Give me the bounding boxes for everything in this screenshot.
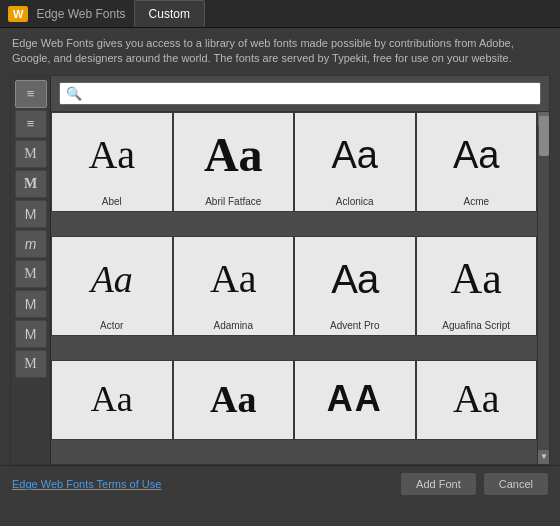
font-preview-text-acme: Aa — [453, 136, 499, 174]
sidebar-m-icon-2[interactable]: M — [15, 170, 47, 198]
font-card-row3-2[interactable]: Aa — [173, 360, 295, 440]
cancel-button[interactable]: Cancel — [484, 473, 548, 495]
font-card-aguafina[interactable]: Aa Aguafina Script — [416, 236, 538, 336]
header: W Edge Web Fonts Custom — [0, 0, 560, 28]
font-card-actor[interactable]: Aa Actor — [51, 236, 173, 336]
font-name-acme: Acme — [421, 196, 533, 207]
sidebar-lines-icon-2[interactable]: ≡ — [15, 110, 47, 138]
font-preview-text-abril: Aa — [204, 131, 263, 179]
app-name-label: Edge Web Fonts — [36, 7, 125, 21]
font-preview-text-row3-3: AA — [327, 381, 383, 417]
font-preview-text-row3-4: Aa — [453, 379, 500, 419]
font-preview-abel: Aa — [56, 117, 168, 194]
font-card-abril[interactable]: Aa Abril Fatface — [173, 112, 295, 212]
font-preview-text-row3-2: Aa — [210, 380, 256, 418]
font-name-advent: Advent Pro — [299, 320, 411, 331]
scrollbar-track: ▲ ▼ — [537, 112, 549, 464]
sidebar-m-icon-6[interactable]: M — [15, 290, 47, 318]
font-preview-aguafina: Aa — [421, 241, 533, 318]
font-preview-adamina: Aa — [178, 241, 290, 318]
font-card-acme[interactable]: Aa Acme — [416, 112, 538, 212]
sidebar-m-icon-7[interactable]: M — [15, 320, 47, 348]
font-card-adamina[interactable]: Aa Adamina — [173, 236, 295, 336]
font-name-abel: Abel — [56, 196, 168, 207]
font-preview-row3-1: Aa — [56, 365, 168, 433]
font-preview-abril: Aa — [178, 117, 290, 194]
font-card-row3-1[interactable]: Aa — [51, 360, 173, 440]
font-card-row3-3[interactable]: AA — [294, 360, 416, 440]
sidebar-m-icon-4[interactable]: m — [15, 230, 47, 258]
description-text: Edge Web Fonts gives you access to a lib… — [0, 28, 560, 75]
font-preview-acme: Aa — [421, 117, 533, 194]
app-logo: W — [8, 6, 28, 22]
font-preview-text-actor: Aa — [91, 260, 133, 298]
scrollbar-thumb[interactable] — [539, 116, 549, 156]
search-input-wrap: 🔍 — [59, 82, 541, 105]
search-icon: 🔍 — [66, 86, 82, 101]
terms-link[interactable]: Edge Web Fonts Terms of Use — [12, 478, 161, 490]
tab-custom[interactable]: Custom — [134, 0, 205, 27]
font-preview-row3-2: Aa — [178, 365, 290, 433]
font-card-advent[interactable]: Aa Advent Pro — [294, 236, 416, 336]
search-bar: 🔍 — [51, 76, 549, 112]
content-area: 🔍 Aa Abel Aa — [51, 76, 549, 464]
main-panel: ≡ ≡ M M M m M M M M 🔍 — [10, 75, 550, 465]
font-name-aguafina: Aguafina Script — [421, 320, 533, 331]
app-container: W Edge Web Fonts Custom Edge Web Fonts g… — [0, 0, 560, 503]
font-preview-text-row3-1: Aa — [91, 381, 133, 417]
font-preview-row3-3: AA — [299, 365, 411, 433]
font-name-aclonica: Aclonica — [299, 196, 411, 207]
font-preview-text-adamina: Aa — [210, 259, 257, 299]
font-grid-wrap: Aa Abel Aa Abril Fatface Aa — [51, 112, 549, 464]
font-card-row3-4[interactable]: Aa — [416, 360, 538, 440]
font-card-abel[interactable]: Aa Abel — [51, 112, 173, 212]
footer: Edge Web Fonts Terms of Use Add Font Can… — [0, 465, 560, 503]
font-preview-actor: Aa — [56, 241, 168, 318]
sidebar-m-icon-3[interactable]: M — [15, 200, 47, 228]
font-name-abril: Abril Fatface — [178, 196, 290, 207]
font-card-aclonica[interactable]: Aa Aclonica — [294, 112, 416, 212]
font-name-actor: Actor — [56, 320, 168, 331]
sidebar-m-icon-5[interactable]: M — [15, 260, 47, 288]
font-preview-aclonica: Aa — [299, 117, 411, 194]
scroll-down-arrow[interactable]: ▼ — [538, 450, 549, 464]
font-preview-advent: Aa — [299, 241, 411, 318]
sidebar-lines-icon-1[interactable]: ≡ — [15, 80, 47, 108]
font-grid: Aa Abel Aa Abril Fatface Aa — [51, 112, 537, 464]
font-name-adamina: Adamina — [178, 320, 290, 331]
add-font-button[interactable]: Add Font — [401, 473, 476, 495]
font-preview-row3-4: Aa — [421, 365, 533, 433]
sidebar: ≡ ≡ M M M m M M M M — [11, 76, 51, 464]
sidebar-m-icon-1[interactable]: M — [15, 140, 47, 168]
font-preview-text-aclonica: Aa — [332, 136, 378, 174]
sidebar-m-icon-8[interactable]: M — [15, 350, 47, 378]
footer-buttons: Add Font Cancel — [401, 473, 548, 495]
search-input[interactable] — [86, 86, 534, 100]
font-preview-text-abel: Aa — [88, 135, 135, 175]
font-preview-text-advent: Aa — [331, 259, 378, 299]
font-preview-text-aguafina: Aa — [451, 257, 502, 301]
